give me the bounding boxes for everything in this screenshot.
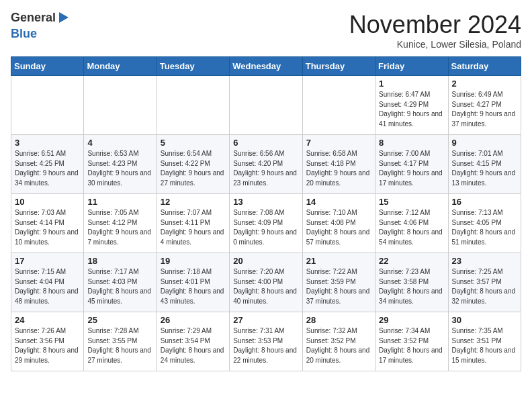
day-number: 20 [233,256,298,266]
day-info: Sunrise: 7:12 AM Sunset: 4:06 PM Dayligh… [379,208,444,247]
calendar-cell-w2-d5: 8Sunrise: 7:00 AM Sunset: 4:17 PM Daylig… [375,135,448,194]
day-number: 14 [306,197,371,207]
day-info: Sunrise: 7:35 AM Sunset: 3:51 PM Dayligh… [452,326,517,365]
calendar-cell-w4-d1: 18Sunrise: 7:17 AM Sunset: 4:03 PM Dayli… [84,253,157,312]
day-number: 17 [15,256,80,266]
calendar-cell-w2-d2: 5Sunrise: 6:54 AM Sunset: 4:22 PM Daylig… [157,135,229,194]
day-info: Sunrise: 7:18 AM Sunset: 4:01 PM Dayligh… [161,267,226,306]
title-block: November 2024 Kunice, Lower Silesia, Pol… [349,11,521,50]
day-number: 12 [161,197,226,207]
calendar-cell-w1-d6: 2Sunrise: 6:49 AM Sunset: 4:27 PM Daylig… [448,76,521,135]
day-number: 24 [15,315,80,325]
calendar-cell-w4-d5: 22Sunrise: 7:23 AM Sunset: 3:58 PM Dayli… [375,253,448,312]
day-info: Sunrise: 7:13 AM Sunset: 4:05 PM Dayligh… [452,208,517,247]
calendar-cell-w3-d4: 14Sunrise: 7:10 AM Sunset: 4:08 PM Dayli… [302,194,375,253]
day-info: Sunrise: 7:29 AM Sunset: 3:54 PM Dayligh… [161,326,226,365]
calendar-cell-w1-d3 [230,76,302,135]
calendar-cell-w5-d0: 24Sunrise: 7:26 AM Sunset: 3:56 PM Dayli… [11,312,84,371]
day-info: Sunrise: 6:49 AM Sunset: 4:27 PM Dayligh… [452,90,517,129]
calendar-cell-w2-d6: 9Sunrise: 7:01 AM Sunset: 4:15 PM Daylig… [448,135,521,194]
logo-icon [56,11,71,26]
calendar-cell-w1-d2 [157,76,229,135]
logo: General Blue [11,11,71,41]
calendar-cell-w5-d3: 27Sunrise: 7:31 AM Sunset: 3:53 PM Dayli… [230,312,302,371]
calendar-cell-w4-d3: 20Sunrise: 7:20 AM Sunset: 4:00 PM Dayli… [230,253,302,312]
week-row-1: 1Sunrise: 6:47 AM Sunset: 4:29 PM Daylig… [11,76,521,135]
header-sunday: Sunday [11,57,84,76]
day-info: Sunrise: 7:22 AM Sunset: 3:59 PM Dayligh… [306,267,371,306]
calendar-cell-w5-d4: 28Sunrise: 7:32 AM Sunset: 3:52 PM Dayli… [302,312,375,371]
day-info: Sunrise: 7:10 AM Sunset: 4:08 PM Dayligh… [306,208,371,247]
day-info: Sunrise: 7:03 AM Sunset: 4:14 PM Dayligh… [15,208,80,247]
calendar-table: Sunday Monday Tuesday Wednesday Thursday… [11,56,521,371]
calendar-cell-w4-d6: 23Sunrise: 7:25 AM Sunset: 3:57 PM Dayli… [448,253,521,312]
week-row-2: 3Sunrise: 6:51 AM Sunset: 4:25 PM Daylig… [11,135,521,194]
day-info: Sunrise: 6:53 AM Sunset: 4:23 PM Dayligh… [87,149,152,188]
header-tuesday: Tuesday [157,57,229,76]
day-info: Sunrise: 7:23 AM Sunset: 3:58 PM Dayligh… [379,267,444,306]
day-number: 13 [233,197,298,207]
day-number: 1 [379,79,444,89]
day-number: 5 [161,138,226,148]
calendar-cell-w1-d4 [302,76,375,135]
day-number: 19 [161,256,226,266]
day-info: Sunrise: 7:15 AM Sunset: 4:04 PM Dayligh… [15,267,80,306]
day-info: Sunrise: 7:17 AM Sunset: 4:03 PM Dayligh… [87,267,152,306]
page-header: General Blue November 2024 Kunice, Lower… [11,11,521,50]
week-row-4: 17Sunrise: 7:15 AM Sunset: 4:04 PM Dayli… [11,253,521,312]
day-number: 25 [87,315,152,325]
day-number: 30 [452,315,517,325]
day-info: Sunrise: 7:26 AM Sunset: 3:56 PM Dayligh… [15,326,80,365]
day-number: 21 [306,256,371,266]
calendar-cell-w5-d5: 29Sunrise: 7:34 AM Sunset: 3:52 PM Dayli… [375,312,448,371]
day-info: Sunrise: 7:34 AM Sunset: 3:52 PM Dayligh… [379,326,444,365]
day-info: Sunrise: 6:54 AM Sunset: 4:22 PM Dayligh… [161,149,226,188]
logo-text-blue: Blue [11,27,37,40]
header-saturday: Saturday [448,57,521,76]
day-info: Sunrise: 7:01 AM Sunset: 4:15 PM Dayligh… [452,149,517,188]
calendar-cell-w2-d0: 3Sunrise: 6:51 AM Sunset: 4:25 PM Daylig… [11,135,84,194]
day-number: 7 [306,138,371,148]
day-number: 28 [306,315,371,325]
calendar-cell-w3-d3: 13Sunrise: 7:08 AM Sunset: 4:09 PM Dayli… [230,194,302,253]
day-number: 23 [452,256,517,266]
day-info: Sunrise: 7:32 AM Sunset: 3:52 PM Dayligh… [306,326,371,365]
day-info: Sunrise: 6:47 AM Sunset: 4:29 PM Dayligh… [379,90,444,129]
day-number: 29 [379,315,444,325]
day-number: 2 [452,79,517,89]
calendar-cell-w3-d2: 12Sunrise: 7:07 AM Sunset: 4:11 PM Dayli… [157,194,229,253]
header-friday: Friday [375,57,448,76]
day-number: 26 [161,315,226,325]
day-number: 9 [452,138,517,148]
day-number: 27 [233,315,298,325]
header-thursday: Thursday [302,57,375,76]
day-number: 4 [87,138,152,148]
day-info: Sunrise: 6:58 AM Sunset: 4:18 PM Dayligh… [306,149,371,188]
calendar-cell-w4-d0: 17Sunrise: 7:15 AM Sunset: 4:04 PM Dayli… [11,253,84,312]
weekday-header-row: Sunday Monday Tuesday Wednesday Thursday… [11,57,521,76]
day-number: 8 [379,138,444,148]
day-info: Sunrise: 7:07 AM Sunset: 4:11 PM Dayligh… [161,208,226,247]
day-info: Sunrise: 7:08 AM Sunset: 4:09 PM Dayligh… [233,208,298,247]
calendar-cell-w1-d0 [11,76,84,135]
day-number: 6 [233,138,298,148]
week-row-5: 24Sunrise: 7:26 AM Sunset: 3:56 PM Dayli… [11,312,521,371]
calendar-cell-w2-d1: 4Sunrise: 6:53 AM Sunset: 4:23 PM Daylig… [84,135,157,194]
calendar-cell-w5-d1: 25Sunrise: 7:28 AM Sunset: 3:55 PM Dayli… [84,312,157,371]
day-info: Sunrise: 6:51 AM Sunset: 4:25 PM Dayligh… [15,149,80,188]
day-info: Sunrise: 7:00 AM Sunset: 4:17 PM Dayligh… [379,149,444,188]
day-number: 11 [87,197,152,207]
calendar-cell-w5-d2: 26Sunrise: 7:29 AM Sunset: 3:54 PM Dayli… [157,312,229,371]
calendar-cell-w3-d6: 16Sunrise: 7:13 AM Sunset: 4:05 PM Dayli… [448,194,521,253]
day-info: Sunrise: 7:25 AM Sunset: 3:57 PM Dayligh… [452,267,517,306]
header-wednesday: Wednesday [230,57,302,76]
logo-text-general: General [11,11,56,24]
calendar-cell-w1-d1 [84,76,157,135]
calendar-cell-w1-d5: 1Sunrise: 6:47 AM Sunset: 4:29 PM Daylig… [375,76,448,135]
day-info: Sunrise: 7:28 AM Sunset: 3:55 PM Dayligh… [87,326,152,365]
calendar-cell-w3-d0: 10Sunrise: 7:03 AM Sunset: 4:14 PM Dayli… [11,194,84,253]
day-number: 15 [379,197,444,207]
week-row-3: 10Sunrise: 7:03 AM Sunset: 4:14 PM Dayli… [11,194,521,253]
calendar-cell-w2-d3: 6Sunrise: 6:56 AM Sunset: 4:20 PM Daylig… [230,135,302,194]
day-number: 16 [452,197,517,207]
